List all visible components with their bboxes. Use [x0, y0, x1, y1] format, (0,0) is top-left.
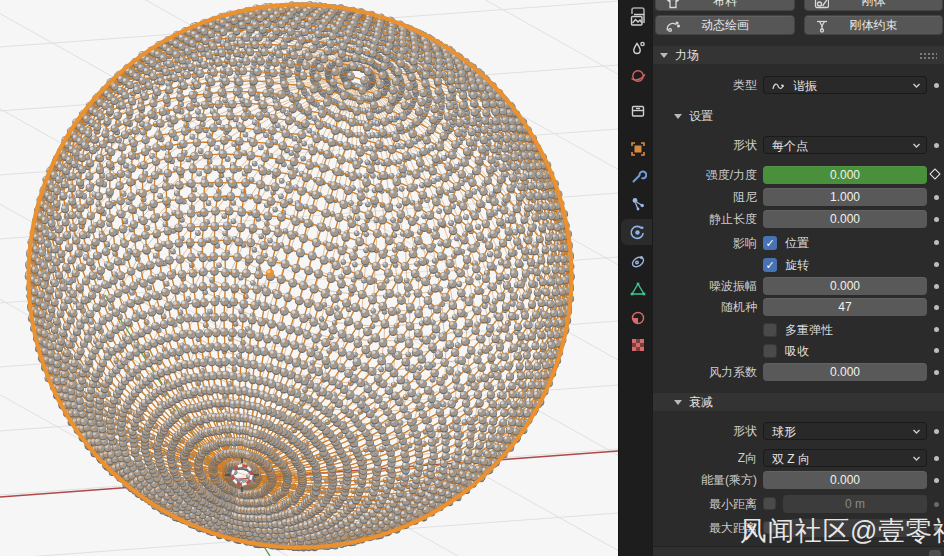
chevron-down-icon	[912, 428, 921, 435]
chevron-down-icon	[912, 455, 921, 462]
seed-label: 随机种	[653, 298, 757, 316]
tab-physics-properties[interactable]	[621, 219, 653, 245]
scene-properties-icon	[629, 39, 647, 57]
falloff-subpanel-header[interactable]: 衰减	[653, 393, 944, 411]
dynamic-paint-button[interactable]: 动态绘画	[655, 15, 795, 35]
cloth-button[interactable]: 布料	[655, 0, 795, 11]
type-value: 谐振	[793, 79, 817, 93]
damping-decorator-dot[interactable]	[934, 195, 939, 200]
min-distance-field[interactable]: 0 m	[783, 495, 927, 513]
strength-slider[interactable]: 0.000	[763, 166, 927, 184]
z-direction-value: 双 Z 向	[772, 452, 810, 466]
rigid-body-constraint-button[interactable]: 刚体约束	[804, 15, 943, 35]
location-decorator-dot[interactable]	[934, 240, 939, 245]
min-distance-checkbox[interactable]	[763, 497, 776, 510]
rigid-body-button-label: 刚体	[862, 0, 886, 8]
next-panel-strip[interactable]	[653, 546, 944, 556]
cloth-icon	[664, 0, 680, 10]
object-properties-icon	[629, 140, 647, 158]
power-decorator-dot[interactable]	[934, 478, 939, 483]
object-data-properties-icon	[629, 280, 647, 298]
absorption-label: 吸收	[785, 343, 809, 359]
wind-factor-decorator-dot[interactable]	[934, 370, 939, 375]
particle-properties-icon	[629, 195, 647, 213]
tab-modifier-properties[interactable]	[622, 163, 653, 189]
z-direction-decorator-dot[interactable]	[934, 456, 939, 461]
panel-drag-grip-icon[interactable]	[919, 52, 937, 59]
viewport-canvas[interactable]	[0, 0, 618, 556]
seed-value: 47	[838, 300, 851, 314]
absorption-checkbox[interactable]	[763, 344, 777, 358]
multiple-springs-row: 多重弹性	[653, 322, 944, 338]
z-direction-dropdown[interactable]: 双 Z 向	[763, 449, 927, 467]
falloff-title: 衰减	[689, 395, 713, 409]
damping-value: 1.000	[830, 190, 860, 204]
affect-location-row: 影响 位置	[653, 235, 944, 251]
keyframe-diamond-icon[interactable]	[929, 168, 940, 179]
rest-length-label: 静止长度	[653, 210, 757, 228]
shape-dropdown[interactable]: 每个点	[763, 136, 927, 154]
settings-subpanel-header[interactable]: 设置	[653, 108, 944, 124]
force-field-panel-header[interactable]: 力场	[653, 46, 944, 64]
tab-scene-properties[interactable]	[622, 35, 653, 61]
shape-label: 形状	[653, 136, 757, 154]
tab-material-properties[interactable]	[622, 305, 653, 331]
affect-label: 影响	[653, 235, 757, 251]
falloff-shape-value: 球形	[772, 425, 796, 439]
cloth-button-label: 布料	[713, 0, 737, 8]
max-distance-checkbox[interactable]	[763, 521, 776, 534]
tab-world-properties[interactable]	[622, 63, 653, 89]
damping-slider[interactable]: 1.000	[763, 188, 927, 206]
rest-length-slider[interactable]: 0.000	[763, 210, 927, 228]
min-distance-decorator-dot[interactable]	[934, 502, 939, 507]
settings-title: 设置	[689, 109, 713, 123]
seed-decorator-dot[interactable]	[934, 305, 939, 310]
noise-row: 噪波振幅 0.000	[653, 277, 944, 297]
rest-length-decorator-dot[interactable]	[934, 217, 939, 222]
falloff-shape-decorator-dot[interactable]	[934, 429, 939, 434]
blender-window: 布料 刚体 动态绘画 刚体约束 力场 类型 谐振	[0, 0, 944, 556]
chevron-down-icon	[912, 82, 921, 89]
noise-slider[interactable]: 0.000	[763, 277, 927, 295]
power-slider[interactable]: 0.000	[763, 471, 927, 489]
falloff-shape-row: 形状 球形	[653, 422, 944, 442]
rest-length-value: 0.000	[830, 212, 860, 226]
max-distance-decorator-dot[interactable]	[934, 526, 939, 531]
tab-object-properties[interactable]	[622, 136, 653, 162]
shape-row: 形状 每个点	[653, 136, 944, 156]
seed-stepper[interactable]: 47	[763, 298, 927, 316]
tab-view-layer-properties[interactable]	[622, 7, 653, 33]
shape-decorator-dot[interactable]	[934, 143, 939, 148]
physics-properties-icon	[628, 223, 646, 241]
noise-label: 噪波振幅	[653, 277, 757, 295]
tab-constraint-properties[interactable]	[622, 248, 653, 274]
multiple-springs-decorator-dot[interactable]	[934, 327, 939, 332]
dynamic-paint-button-label: 动态绘画	[701, 18, 749, 32]
tab-texture-properties[interactable]	[622, 332, 653, 358]
type-row: 类型 谐振	[653, 76, 944, 96]
max-distance-field[interactable]	[783, 519, 927, 537]
noise-decorator-dot[interactable]	[934, 284, 939, 289]
wind-factor-slider[interactable]: 0.000	[763, 363, 927, 381]
collapse-triangle-icon	[660, 53, 668, 58]
min-distance-value: 0 m	[845, 497, 865, 511]
type-decorator-dot[interactable]	[934, 83, 939, 88]
type-dropdown[interactable]: 谐振	[763, 76, 927, 94]
chevron-down-icon	[912, 142, 921, 149]
rotation-checkbox[interactable]	[763, 258, 777, 272]
viewport-3d	[0, 0, 618, 556]
location-checkbox[interactable]	[763, 236, 777, 250]
rotation-decorator-dot[interactable]	[934, 262, 939, 267]
tab-object-data-properties[interactable]	[622, 276, 653, 302]
falloff-shape-dropdown[interactable]: 球形	[763, 422, 927, 440]
multiple-springs-checkbox[interactable]	[763, 323, 777, 337]
properties-tab-strip	[618, 0, 652, 556]
z-direction-row: Z向 双 Z 向	[653, 449, 944, 469]
rigid-body-icon	[813, 0, 829, 10]
tab-collection-properties[interactable]	[622, 98, 653, 124]
force-field-panel-title: 力场	[675, 48, 699, 62]
location-checkbox-label: 位置	[785, 235, 809, 251]
rigid-body-button[interactable]: 刚体	[804, 0, 943, 11]
absorption-decorator-dot[interactable]	[934, 348, 939, 353]
tab-particle-properties[interactable]	[622, 191, 653, 217]
